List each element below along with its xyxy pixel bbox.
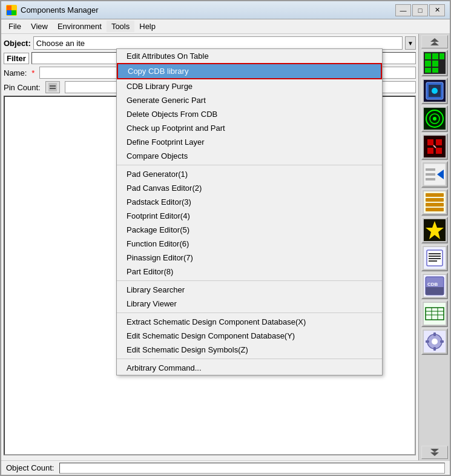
menu-file[interactable]: File [4,21,26,32]
menu-edit-attrs[interactable]: Edit Attributes On Table [117,49,382,63]
svg-rect-53 [424,303,446,325]
svg-rect-29 [436,148,442,154]
svg-rect-64 [426,340,429,343]
menu-copy-cdb[interactable]: Copy CDB library [117,63,382,79]
object-count-field [59,463,446,474]
menu-pad-canvas[interactable]: Pad Canvas Editor(2) [117,181,382,195]
menu-cdb-purge[interactable]: CDB Library Purge [117,79,382,93]
menu-arbitrary[interactable]: Arbitrary Command... [117,361,382,375]
name-label: Name: [4,68,27,78]
object-row: Object: Choose an ite ▼ [4,36,416,50]
svg-marker-66 [430,449,439,452]
tool-btn-1[interactable] [421,50,448,76]
svg-rect-4 [48,83,57,91]
tool-btn-7[interactable] [421,217,448,243]
svg-rect-34 [426,178,435,180]
object-count-label: Object Count: [6,463,54,472]
close-button[interactable]: ✕ [429,4,445,16]
menu-package[interactable]: Package Editor(5) [117,223,382,237]
tool-btn-8[interactable] [421,245,448,271]
svg-rect-14 [432,61,438,67]
window-title: Components Manager [21,5,395,15]
svg-rect-63 [433,347,436,351]
svg-rect-62 [433,332,436,336]
svg-marker-67 [430,452,439,456]
main-window: Components Manager — □ ✕ File View Envir… [0,0,451,476]
scroll-down-button[interactable] [421,446,448,459]
menu-help[interactable]: Help [134,21,160,32]
menu-generic-part[interactable]: Generate Generic Part [117,93,382,107]
maximize-button[interactable]: □ [412,4,428,16]
svg-rect-3 [12,10,16,15]
menu-pinassign[interactable]: Pinassign Editor(7) [117,251,382,265]
separator-2 [117,280,382,281]
tool-btn-4[interactable] [421,133,448,160]
svg-rect-39 [426,203,444,207]
svg-rect-11 [432,53,438,59]
menu-define-footprint[interactable]: Define Footprint Layer [117,135,382,149]
menu-lib-viewer[interactable]: Library Viewer [117,297,382,311]
svg-rect-12 [439,53,444,59]
svg-rect-65 [440,340,444,343]
svg-rect-33 [426,173,435,176]
svg-rect-47 [429,258,441,259]
menu-delete-objects[interactable]: Delete Objects From CDB [117,107,382,121]
object-combo-text: Choose an ite [36,39,85,48]
object-combo-arrow[interactable]: ▼ [405,36,416,50]
svg-text:CDB: CDB [427,282,438,287]
tool-btn-2[interactable] [421,78,448,104]
svg-rect-48 [429,260,437,262]
svg-rect-52 [426,287,444,295]
right-toolbar: CDB [418,34,450,460]
menu-function[interactable]: Function Editor(6) [117,237,382,251]
menu-edit-symbols[interactable]: Edit Schematic Design Symbols(Z) [117,343,382,357]
menu-lib-searcher[interactable]: Library Searcher [117,283,382,297]
svg-rect-16 [432,68,438,73]
menu-view[interactable]: View [26,21,53,32]
tool-btn-9[interactable]: CDB [421,273,448,299]
tool-btn-11[interactable] [421,328,448,355]
tool-btn-10[interactable] [421,300,448,327]
object-combo[interactable]: Choose an ite [33,36,403,50]
svg-rect-27 [436,139,442,145]
pin-count-label: Pin Count: [4,83,41,92]
svg-rect-45 [429,253,441,254]
filter-label: Filter [4,53,29,64]
menu-pad-gen[interactable]: Pad Generator(1) [117,167,382,181]
svg-marker-8 [430,42,439,45]
svg-rect-15 [425,68,431,73]
menu-part[interactable]: Part Editor(8) [117,265,382,279]
tool-btn-3[interactable] [421,105,448,132]
svg-rect-10 [425,53,431,59]
status-bar: Object Count: [1,460,450,475]
svg-rect-38 [426,198,444,202]
pin-count-stepper[interactable] [45,81,60,93]
minimize-button[interactable]: — [395,4,411,16]
menu-edit-schema[interactable]: Edit Schematic Design Component Database… [117,329,382,343]
app-icon [6,5,17,16]
svg-rect-5 [50,85,56,87]
menu-extract-schema[interactable]: Extract Schematic Design Component Datab… [117,315,382,329]
menu-compare-objects[interactable]: Compare Objects [117,149,382,163]
menu-bar: File View Environment Tools Help [1,19,450,34]
menu-check-footprint[interactable]: Check up Footprint and Part [117,121,382,135]
svg-rect-32 [426,168,435,171]
menu-footprint[interactable]: Footprint Editor(4) [117,209,382,223]
svg-point-20 [432,88,438,94]
separator-1 [117,165,382,165]
svg-rect-28 [427,148,433,154]
separator-4 [117,359,382,359]
tool-btn-6[interactable] [421,189,448,216]
tool-btn-5[interactable] [421,161,448,188]
tools-dropdown: Edit Attributes On Table Copy CDB librar… [116,48,383,375]
object-label: Object: [4,39,31,48]
title-bar: Components Manager — □ ✕ [1,1,450,19]
svg-rect-40 [426,208,444,211]
menu-padstack[interactable]: Padstack Editor(3) [117,195,382,209]
menu-tools[interactable]: Tools [107,21,134,32]
scroll-up-button[interactable] [421,35,448,48]
svg-rect-26 [427,139,433,145]
menu-environment[interactable]: Environment [53,21,107,32]
name-required: * [31,68,35,78]
svg-rect-46 [429,256,441,257]
